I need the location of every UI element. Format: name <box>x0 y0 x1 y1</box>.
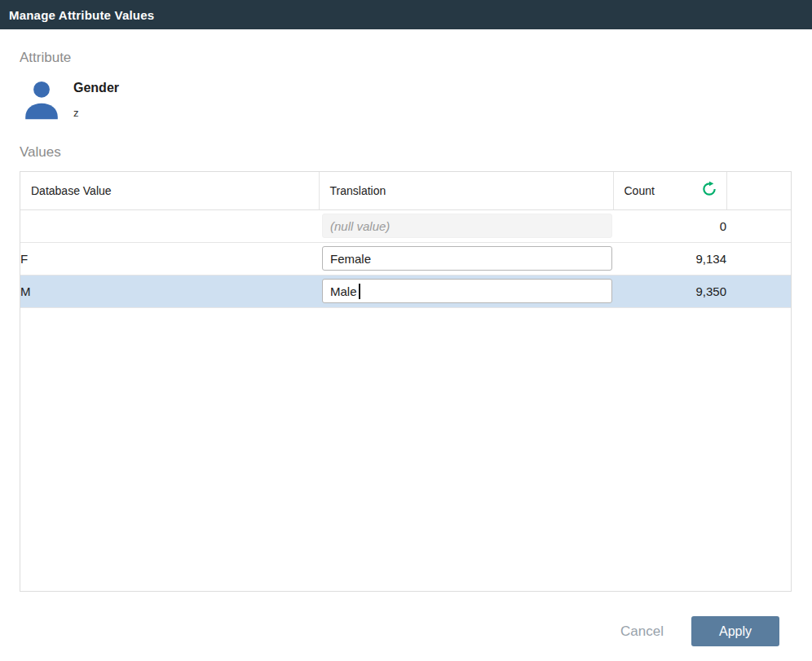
spacer-cell <box>726 242 791 275</box>
table-row-f[interactable]: F 9,134 <box>20 242 791 275</box>
refresh-counts-button[interactable] <box>700 182 718 200</box>
dialog-content: Attribute Gender z Values Database Value <box>0 50 812 646</box>
attribute-name: Gender <box>73 81 119 95</box>
attribute-description: z <box>73 107 119 119</box>
cancel-button[interactable]: Cancel <box>620 624 664 640</box>
spacer-cell <box>726 275 791 307</box>
refresh-icon <box>701 181 717 200</box>
db-value-cell: F <box>20 242 319 275</box>
translation-cell <box>319 242 613 275</box>
spacer-cell <box>726 209 791 242</box>
text-cursor <box>359 284 360 299</box>
table-row-m[interactable]: M 9,350 <box>20 275 791 307</box>
dialog-titlebar: Manage Attribute Values <box>0 0 812 29</box>
count-cell: 9,134 <box>613 242 726 275</box>
count-cell: 0 <box>613 209 726 242</box>
translation-cell <box>319 275 613 307</box>
dialog-footer: Cancel Apply <box>20 616 792 646</box>
translation-cell <box>319 209 613 242</box>
table-row-null[interactable]: 0 <box>20 209 791 242</box>
values-table-container: Database Value Translation Count <box>20 171 792 592</box>
count-cell: 9,350 <box>613 275 726 307</box>
values-section-label: Values <box>20 144 792 161</box>
apply-button[interactable]: Apply <box>691 616 779 646</box>
column-header-spacer <box>726 172 791 209</box>
db-value-cell: M <box>20 275 319 307</box>
values-table-body: 0 F 9,134 M <box>20 209 791 307</box>
dialog-title: Manage Attribute Values <box>9 8 154 22</box>
translation-input-female[interactable] <box>322 246 612 271</box>
values-table: Database Value Translation Count <box>20 172 791 308</box>
count-header-label: Count <box>624 184 655 197</box>
attribute-summary: Gender z <box>20 77 792 121</box>
attribute-texts: Gender z <box>73 77 119 119</box>
translation-input-null[interactable] <box>322 214 612 238</box>
column-header-translation: Translation <box>319 172 613 209</box>
db-value-cell <box>20 209 319 242</box>
values-table-header: Database Value Translation Count <box>20 172 791 209</box>
person-icon <box>20 77 64 121</box>
column-header-count: Count <box>613 172 726 209</box>
translation-input-male[interactable] <box>322 279 612 303</box>
attribute-section-label: Attribute <box>20 50 792 66</box>
column-header-database-value: Database Value <box>20 172 319 209</box>
